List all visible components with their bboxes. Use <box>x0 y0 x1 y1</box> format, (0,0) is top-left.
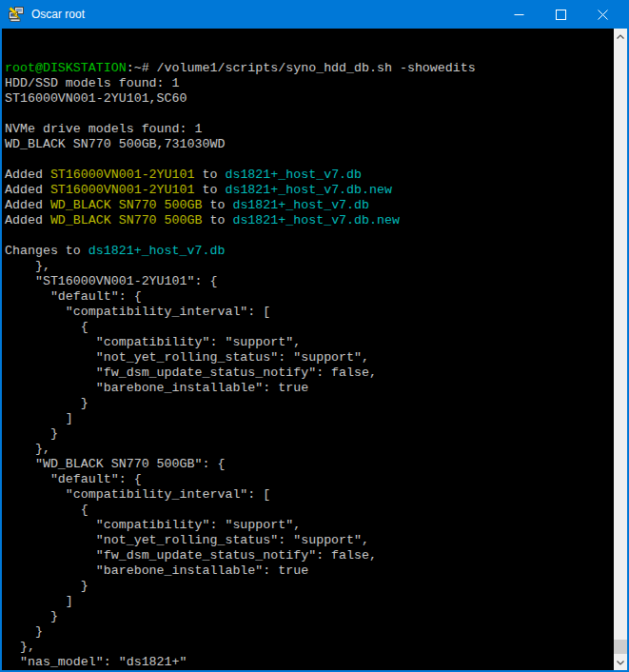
terminal-line: } <box>5 609 614 624</box>
scroll-down-button[interactable] <box>614 655 627 670</box>
window-title: Oscar root <box>31 8 498 21</box>
chevron-down-icon <box>617 661 624 665</box>
terminal-line: } <box>5 396 614 411</box>
terminal-line: "nas_model": "ds1821+" <box>5 655 614 670</box>
terminal-line: Added ST16000VN001-2YU101 to ds1821+_hos… <box>5 183 614 198</box>
maximize-button[interactable] <box>540 0 581 29</box>
scrollbar-thumb[interactable] <box>614 640 627 654</box>
terminal-line: "compatibility_interval": [ <box>5 305 614 320</box>
terminal-line: ST16000VN001-2YU101,SC60 <box>5 91 614 107</box>
close-icon <box>598 10 608 20</box>
terminal-line <box>5 107 614 122</box>
putty-window: Oscar root root@DISKSTATION:~# /volume1/… <box>0 0 629 672</box>
putty-icon <box>8 6 25 23</box>
terminal-line: "not_yet_rolling_status": "support", <box>5 350 614 366</box>
terminal-line <box>5 152 614 168</box>
terminal-line: }, <box>5 259 614 274</box>
title-bar[interactable]: Oscar root <box>0 0 629 29</box>
terminal-line: "compatibility_interval": [ <box>5 487 614 503</box>
terminal-line: Added WD_BLACK SN770 500GB to ds1821+_ho… <box>5 213 614 228</box>
terminal-line: "fw_dsm_update_status_notify": false, <box>5 366 614 381</box>
terminal-line: "default": { <box>5 289 614 305</box>
terminal-line: "not_yet_rolling_status": "support", <box>5 533 614 548</box>
terminal-line: "default": { <box>5 472 614 487</box>
scrollbar[interactable] <box>614 29 627 670</box>
terminal-line: "fw_dsm_update_status_notify": false, <box>5 548 614 563</box>
terminal-line: } <box>5 624 614 640</box>
close-button[interactable] <box>581 0 623 29</box>
terminal-line: } <box>5 426 614 442</box>
terminal-line: "compatibility": "support", <box>5 518 614 533</box>
maximize-icon <box>556 10 566 20</box>
terminal-line: { <box>5 503 614 518</box>
chevron-up-icon <box>617 34 624 39</box>
scroll-up-button[interactable] <box>614 29 627 44</box>
terminal-lines: root@DISKSTATION:~# /volume1/scripts/syn… <box>5 61 614 670</box>
terminal-output: root@DISKSTATION:~# /volume1/scripts/syn… <box>2 29 614 670</box>
terminal-line: "barebone_installable": true <box>5 381 614 396</box>
terminal-line: "ST16000VN001-2YU101": { <box>5 274 614 289</box>
terminal-line: { <box>5 320 614 335</box>
terminal-line: "barebone_installable": true <box>5 563 614 579</box>
minimize-icon <box>514 10 524 20</box>
terminal-line <box>5 228 614 244</box>
terminal-line: HDD/SSD models found: 1 <box>5 76 614 91</box>
terminal-line: ] <box>5 594 614 609</box>
terminal-line: } <box>5 579 614 594</box>
terminal-line: WD_BLACK SN770 500GB,731030WD <box>5 137 614 152</box>
terminal-line: NVMe drive models found: 1 <box>5 122 614 137</box>
window-controls <box>498 0 629 29</box>
terminal-line: }, <box>5 442 614 457</box>
terminal-line: "WD_BLACK SN770 500GB": { <box>5 457 614 472</box>
terminal-line: Added WD_BLACK SN770 500GB to ds1821+_ho… <box>5 198 614 213</box>
minimize-button[interactable] <box>498 0 540 29</box>
terminal-line: root@DISKSTATION:~# /volume1/scripts/syn… <box>5 61 614 76</box>
scrollbar-track[interactable] <box>614 44 627 655</box>
terminal-line: "compatibility": "support", <box>5 335 614 350</box>
terminal-line: Added ST16000VN001-2YU101 to ds1821+_hos… <box>5 168 614 183</box>
terminal-line: ] <box>5 411 614 426</box>
terminal-line: }, <box>5 640 614 655</box>
window-body: root@DISKSTATION:~# /volume1/scripts/syn… <box>2 29 627 670</box>
terminal-line: Changes to ds1821+_host_v7.db <box>5 244 614 259</box>
